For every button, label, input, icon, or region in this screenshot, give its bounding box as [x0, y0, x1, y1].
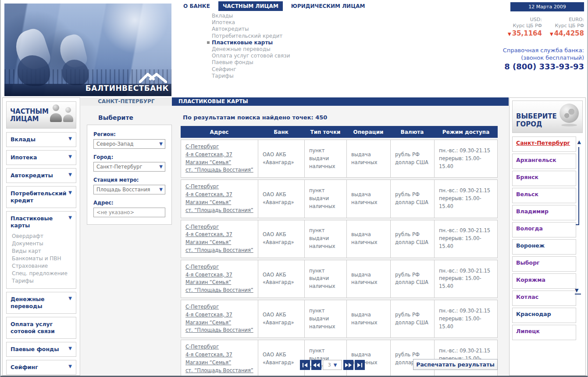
first-page-button[interactable]	[300, 360, 310, 370]
sidebar-item-сейфинг[interactable]: Сейфинг▼	[11, 364, 72, 371]
address-link[interactable]: Магазин “Семья”	[185, 319, 253, 327]
table-column-header: Тип точки	[304, 126, 346, 138]
scroll-down-icon[interactable]: ▼	[575, 287, 581, 294]
right-sidebar: ВЫБЕРИТЕ ГОРОД Санкт-ПетербургАрхангельс…	[509, 97, 586, 376]
sidebar-item-ипотека[interactable]: Ипотека▼	[11, 154, 72, 161]
sidebar-item-label: Ипотека	[11, 154, 37, 161]
address-link[interactable]: 4-я Советская, 37	[185, 151, 253, 159]
city-link-label: Котлас	[516, 294, 538, 300]
filter-select[interactable]: Северо-Запад▼	[93, 139, 165, 149]
bank-logo[interactable]: БАЛТИНВЕСТБАНК	[86, 72, 169, 93]
sidebar-submenu-item[interactable]: Виды карт	[12, 248, 72, 255]
city-link[interactable]: Коряжма	[512, 273, 576, 289]
filter-field-label: Адрес:	[93, 200, 165, 206]
filter-select[interactable]: Площадь Восстания▼	[93, 185, 165, 194]
address-link[interactable]: ст. “Площадь Восстания”	[185, 166, 253, 174]
city-link-label: Вологда	[516, 225, 543, 232]
top-nav-tab[interactable]: ЧАСТНЫМ ЛИЦАМ	[218, 1, 283, 11]
address-link[interactable]: 4-я Советская, 37	[185, 351, 253, 359]
sidebar-submenu-item[interactable]: Документы	[12, 240, 72, 248]
sidebar-submenu-item[interactable]: Страхование	[12, 262, 72, 270]
address-link[interactable]: С-Петербург	[185, 223, 253, 231]
top-submenu-item[interactable]: Сейфинг	[212, 66, 290, 73]
next-page-button[interactable]	[343, 360, 353, 370]
address-link[interactable]: Магазин “Семья”	[185, 239, 253, 247]
sidebar-item-денежные-переводы[interactable]: Денежные переводы▼	[11, 296, 72, 310]
address-link[interactable]: 4-я Советская, 37	[185, 271, 253, 279]
city-link[interactable]: Котлас	[512, 291, 576, 306]
currency-cell: рубль РФдоллар США	[390, 180, 434, 218]
top-submenu-item[interactable]: Автокредиты	[212, 26, 290, 32]
top-nav-tab[interactable]: О БАНКЕ	[179, 1, 214, 11]
address-link[interactable]: ст. “Площадь Восстания”	[185, 207, 253, 215]
address-link[interactable]: С-Петербург	[185, 143, 253, 151]
top-submenu-item[interactable]: Ипотека	[212, 19, 290, 26]
top-submenu-item[interactable]: Денежные переводы	[212, 46, 290, 53]
sidebar-item-паевые-фонды[interactable]: Паевые фонды▼	[11, 346, 72, 353]
last-page-button[interactable]	[355, 360, 365, 370]
city-link[interactable]: Воронеж	[512, 239, 576, 255]
sidebar-menu-card: Денежные переводы▼	[6, 292, 76, 314]
city-link[interactable]: Санкт-Петербург	[512, 136, 576, 152]
sidebar-submenu-item[interactable]: Тарифы	[12, 277, 72, 285]
city-link[interactable]: Краснодар	[512, 308, 576, 323]
page-select[interactable]: 3 ▼	[323, 360, 342, 370]
currency-line: рубль РФ	[395, 351, 430, 359]
sidebar-item-оплата-услуг-сотовой-связи[interactable]: Оплата услуг сотовой связи	[11, 321, 72, 335]
currency-line: рубль РФ	[395, 191, 430, 199]
city-link[interactable]: Владимир	[512, 205, 576, 220]
address-link[interactable]: С-Петербург	[185, 183, 253, 191]
address-link[interactable]: ст. “Площадь Восстания”	[185, 367, 253, 375]
chevron-down-icon: ▼	[68, 154, 72, 159]
top-submenu-item[interactable]: Вклады	[212, 13, 290, 19]
print-results-button[interactable]: Распечатать результаты	[413, 359, 498, 370]
top-submenu-item[interactable]: Оплата услуг сотовой связи	[212, 53, 290, 59]
sidebar-submenu-item[interactable]: Банкоматы и ПВН	[12, 255, 72, 262]
previous-page-button[interactable]	[311, 360, 321, 370]
rate-currency-label: EURO:	[544, 17, 584, 23]
top-submenu-item[interactable]: Пластиковые карты	[212, 39, 290, 46]
rate-value: ▼35,1164	[502, 29, 542, 39]
sidebar-item-потребительский-кредит[interactable]: Потребительский кредит▼	[11, 190, 72, 204]
city-link[interactable]: Липецк	[512, 325, 576, 340]
sidebar-menu-card: Сейфинг▼	[6, 360, 76, 375]
city-link[interactable]: Вельск	[512, 188, 576, 203]
city-link[interactable]: Архангельск	[512, 154, 576, 169]
city-link-label: Санкт-Петербург	[516, 140, 570, 146]
address-link[interactable]: Магазин “Семья”	[185, 359, 253, 367]
sidebar-submenu-item[interactable]: Спец. предложение	[12, 270, 72, 277]
sidebar-item-вклады[interactable]: Вклады▼	[11, 136, 72, 143]
top-nav-tab[interactable]: ЮРИДИЧЕСКИМ ЛИЦАМ	[287, 1, 370, 11]
filter-select[interactable]: Санкт-Петербург▼	[93, 162, 165, 172]
address-link[interactable]: 4-я Советская, 37	[185, 191, 253, 199]
scroll-up-icon[interactable]: ▲	[577, 139, 581, 145]
address-link[interactable]: ст. “Площадь Восстания”	[185, 287, 253, 294]
sidebar-submenu-item[interactable]: Овердрафт	[12, 233, 72, 240]
address-link[interactable]: Магазин “Семья”	[185, 159, 253, 167]
address-link[interactable]: 4-я Советская, 37	[185, 311, 253, 319]
address-link[interactable]: С-Петербург	[185, 303, 253, 311]
chevron-down-icon: ▼	[68, 136, 72, 141]
address-link[interactable]: Магазин “Семья”	[185, 199, 253, 207]
bank-banner-photo[interactable]: БАЛТИНВЕСТБАНК	[4, 4, 171, 96]
address-link[interactable]: ст. “Площадь Восстания”	[185, 247, 253, 255]
currency-line: доллар США	[395, 319, 430, 327]
address-link[interactable]: Магазин “Семья”	[185, 279, 253, 287]
top-submenu-item[interactable]: Потребительский кредит	[212, 33, 290, 39]
address-link[interactable]: С-Петербург	[185, 263, 253, 271]
currency-line: рубль РФ	[395, 311, 430, 319]
city-link[interactable]: Брянск	[512, 171, 576, 186]
top-submenu-item[interactable]: Тарифы	[212, 73, 290, 79]
city-link-label: Брянск	[516, 174, 538, 180]
city-link[interactable]: Вологда	[512, 222, 576, 237]
address-input[interactable]: <не указано>	[93, 208, 165, 217]
table-row: С-Петербург4-я Советская, 37Магазин “Сем…	[181, 220, 498, 258]
address-link[interactable]: ст. “Площадь Восстания”	[185, 327, 253, 334]
city-link[interactable]: Выборг	[512, 256, 576, 272]
sidebar-item-пластиковые-карты[interactable]: Пластиковые карты▼	[11, 215, 72, 229]
sidebar-item-автокредиты[interactable]: Автокредиты▼	[11, 172, 72, 179]
address-link[interactable]: 4-я Советская, 37	[185, 231, 253, 239]
top-submenu-item[interactable]: Паевые фонды	[212, 59, 290, 66]
address-link[interactable]: С-Петербург	[185, 343, 253, 351]
chevron-down-icon: ▼	[68, 346, 72, 351]
